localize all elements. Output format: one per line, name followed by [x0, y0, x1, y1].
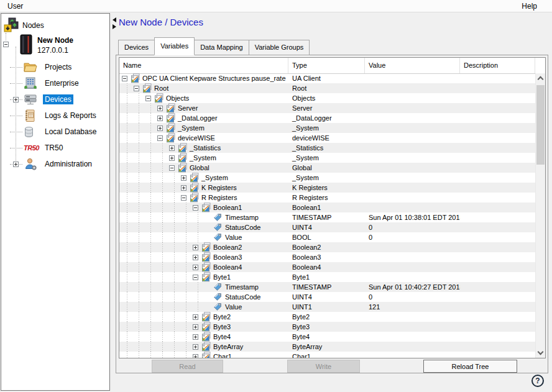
sidebar-item-tr50[interactable]: TR50TR50	[1, 140, 109, 156]
sidebar-item-logs-reports[interactable]: Logs & Reports	[1, 107, 109, 124]
table-row[interactable]: Char1Char1	[119, 352, 535, 358]
expand-icon[interactable]	[193, 344, 198, 350]
cell-type: _DataLogger	[288, 113, 365, 123]
expand-icon[interactable]	[157, 125, 163, 131]
column-header-value[interactable]: Value	[365, 58, 460, 73]
tree-guide	[157, 272, 169, 282]
table-row[interactable]: R RegistersR Registers	[119, 193, 535, 203]
table-row[interactable]: Byte4Byte4	[119, 332, 535, 342]
expand-icon[interactable]	[157, 116, 163, 121]
collapse-icon[interactable]	[193, 275, 198, 280]
expand-icon[interactable]	[193, 334, 198, 340]
column-header-type[interactable]: Type	[288, 58, 365, 73]
expand-icon[interactable]	[181, 185, 186, 191]
write-button[interactable]: Write	[287, 360, 360, 373]
tab-variables[interactable]: Variables	[154, 37, 195, 55]
row-name-label: Value	[224, 302, 242, 312]
sidebar-item-local-database[interactable]: Local Database	[1, 124, 109, 140]
table-row[interactable]: _System_System	[119, 153, 535, 163]
table-row[interactable]: Boolean4Boolean4	[119, 262, 535, 272]
collapse-icon[interactable]	[145, 96, 151, 101]
expand-icon[interactable]	[193, 324, 198, 330]
sidebar-item-administration[interactable]: Administration	[1, 156, 109, 172]
table-row[interactable]: TimestampTIMESTAMPSun Apr 01 10:38:01 ED…	[119, 212, 535, 222]
table-row[interactable]: RootRoot	[119, 83, 535, 93]
collapse-icon[interactable]	[157, 135, 163, 141]
table-row[interactable]: K RegistersK Registers	[119, 183, 535, 193]
tree-guide	[134, 113, 145, 123]
vertical-scrollbar[interactable]	[535, 73, 545, 358]
row-name-label: _System	[189, 153, 216, 163]
table-row[interactable]: ValueBOOL0	[119, 232, 535, 242]
expand-icon[interactable]	[169, 155, 175, 161]
table-row[interactable]: StatusCodeUINT40	[119, 222, 535, 232]
expand-icon[interactable]	[13, 97, 19, 103]
table-row[interactable]: ByteArrayByteArray	[119, 342, 535, 352]
tree-guide	[169, 222, 181, 232]
tree-guide	[169, 312, 181, 322]
tree-guide	[122, 173, 134, 183]
table-row[interactable]: OPC UA Client Kepware Structures pause_r…	[119, 73, 535, 83]
table-row[interactable]: _Statistics_Statistics	[119, 143, 535, 153]
expand-icon[interactable]	[193, 255, 198, 260]
cell-name: StatusCode	[119, 222, 288, 232]
collapse-icon[interactable]	[3, 42, 9, 47]
tab-devices[interactable]: Devices	[118, 40, 155, 55]
table-row[interactable]: Boolean2Boolean2	[119, 242, 535, 252]
tree-guide	[122, 342, 134, 352]
node-title[interactable]: New Node	[37, 36, 73, 45]
expand-icon[interactable]	[193, 265, 198, 270]
expand-icon[interactable]	[193, 354, 198, 358]
expand-icon[interactable]	[193, 245, 198, 250]
table-row[interactable]: ValueUINT1121	[119, 302, 535, 312]
table-row[interactable]: _System_System	[119, 123, 535, 133]
tag-leaf-icon	[213, 222, 223, 232]
reload-tree-button[interactable]: Reload Tree	[423, 360, 517, 373]
column-header-description[interactable]: Description	[460, 58, 535, 73]
scroll-up-icon[interactable]	[536, 73, 545, 83]
expand-icon[interactable]	[157, 106, 163, 111]
expand-icon[interactable]	[181, 175, 186, 181]
collapse-icon[interactable]	[134, 86, 139, 91]
collapse-icon[interactable]	[181, 195, 186, 201]
cell-name: Value	[119, 232, 288, 242]
table-row[interactable]: ObjectsObjects	[119, 93, 535, 103]
read-button[interactable]: Read	[152, 360, 223, 373]
expand-icon[interactable]	[13, 162, 19, 167]
sidebar-item-enterprise[interactable]: Enterprise	[1, 75, 109, 91]
table-row[interactable]: _System_System	[119, 173, 535, 183]
tree-guide	[169, 262, 181, 272]
cell-type: UA Client	[288, 73, 365, 83]
help-icon[interactable]: ?	[531, 375, 544, 387]
cell-type: Byte3	[288, 322, 365, 332]
column-header-name[interactable]: Name	[119, 58, 288, 73]
sidebar-item-devices[interactable]: Devices	[1, 91, 109, 107]
table-row[interactable]: Byte3Byte3	[119, 322, 535, 332]
expand-icon[interactable]	[193, 314, 198, 320]
tree-guide	[134, 163, 145, 173]
table-row[interactable]: deviceWISEdeviceWISE	[119, 133, 535, 143]
cell-value: 0	[365, 232, 460, 242]
table-row[interactable]: Boolean3Boolean3	[119, 252, 535, 262]
tab-variable-groups[interactable]: Variable Groups	[249, 40, 310, 55]
table-row[interactable]: _DataLogger_DataLogger	[119, 113, 535, 123]
table-row[interactable]: Boolean1Boolean1	[119, 203, 535, 212]
tree-guide	[157, 262, 169, 272]
collapse-icon[interactable]	[122, 76, 127, 81]
expand-icon[interactable]	[169, 145, 175, 151]
collapse-icon[interactable]	[193, 205, 198, 211]
table-row[interactable]: TimestampTIMESTAMPSun Apr 01 10:40:27 ED…	[119, 282, 535, 292]
table-row[interactable]: ServerServer	[119, 103, 535, 113]
tab-data-mapping[interactable]: Data Mapping	[194, 40, 249, 55]
scrollbar-thumb[interactable]	[536, 85, 545, 165]
table-row[interactable]: GlobalGlobal	[119, 163, 535, 173]
menu-help[interactable]: Help	[519, 2, 540, 11]
collapse-icon[interactable]	[169, 165, 175, 171]
sidebar-item-projects[interactable]: Projects	[1, 59, 109, 75]
table-row[interactable]: Byte1Byte1	[119, 272, 535, 282]
menu-user[interactable]: User	[5, 2, 25, 11]
tree-guide	[157, 252, 169, 262]
scroll-down-icon[interactable]	[536, 348, 545, 358]
table-row[interactable]: StatusCodeUINT40	[119, 292, 535, 302]
table-row[interactable]: Byte2Byte2	[119, 312, 535, 322]
